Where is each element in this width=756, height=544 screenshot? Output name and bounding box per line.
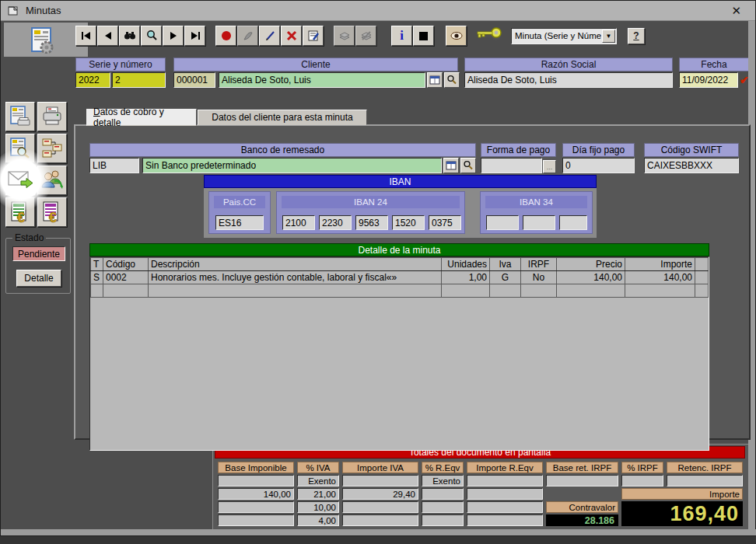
estado-label: Estado — [12, 232, 46, 243]
minutas-window: Minutas ✕ i — [0, 0, 756, 536]
tab-datos-cliente[interactable]: Datos del cliente para esta minuta — [198, 110, 367, 125]
totals-cell — [467, 488, 543, 500]
cliente-search-button[interactable] — [444, 72, 460, 88]
dia-fijo-field[interactable]: 0 — [562, 158, 635, 173]
form-icon — [429, 75, 440, 85]
info-button[interactable]: i — [391, 26, 412, 46]
serie-field[interactable]: 2022 — [75, 72, 110, 88]
iban24-field-5[interactable]: 0375 — [429, 215, 461, 230]
iban24-field-1[interactable]: 2100 — [282, 215, 315, 230]
modify-button[interactable] — [259, 26, 280, 46]
banco-name-field[interactable]: Sin Banco predeterminado — [142, 158, 442, 173]
tab-body: Banco de remesado LIB Sin Banco predeter… — [74, 124, 751, 440]
iban24-field-3[interactable]: 9563 — [355, 215, 388, 230]
iban24-field-4[interactable]: 1520 — [392, 215, 425, 230]
detalle-button[interactable]: Detalle — [16, 270, 61, 287]
feather-button[interactable] — [237, 26, 258, 46]
detalle-row-1[interactable]: S 0002 Honorarios mes. Incluye gestión c… — [91, 271, 709, 284]
detalle-title: Detalle de la minuta — [89, 243, 709, 256]
totals-col-importe-iva: Importe IVA — [342, 462, 418, 473]
totals-importe-iva: 29,40 — [342, 488, 418, 500]
cliente-code-field[interactable]: 000001 — [173, 72, 215, 88]
previous-record-icon — [102, 30, 114, 42]
find-button[interactable] — [119, 26, 140, 46]
fecha-check-icon[interactable]: ✔ — [740, 74, 749, 86]
last-record-button[interactable] — [184, 26, 205, 46]
print-queue-button-2[interactable] — [355, 26, 376, 46]
forma-pago-field[interactable] — [481, 158, 542, 173]
detalle-header-row: T Código Descripción Unidades Iva IRPF P… — [91, 258, 709, 271]
print-document-button[interactable] — [5, 102, 35, 131]
key-icon[interactable] — [472, 25, 506, 47]
sync-client-button[interactable] — [37, 166, 67, 195]
close-icon[interactable]: ✕ — [728, 3, 744, 19]
totals-col-base-imponible: Base Imponible — [218, 462, 294, 473]
preview-document-button[interactable] — [5, 134, 35, 163]
first-record-button[interactable] — [75, 26, 96, 46]
iban34-field-2[interactable] — [523, 215, 555, 230]
iban-header: IBAN — [204, 175, 597, 188]
help-question-icon: ? — [633, 30, 639, 41]
new-record-button[interactable] — [215, 26, 236, 46]
iban-paiscc-group: Pais.CC ES16 — [208, 191, 271, 234]
search-icon — [463, 160, 474, 171]
svg-text:€: € — [17, 210, 25, 224]
iban24-group: IBAN 24 2100 2230 9563 1520 0375 — [276, 191, 465, 234]
previous-record-button[interactable] — [97, 26, 118, 46]
green-invoice-button[interactable]: € — [5, 197, 35, 227]
cliente-name-field[interactable]: Aliseda De Soto, Luis — [219, 72, 425, 88]
email-envelope-icon[interactable] — [6, 165, 34, 193]
numero-field[interactable]: 2 — [112, 72, 166, 88]
detalle-row-empty[interactable] — [91, 284, 709, 298]
swift-field[interactable]: CAIXESBBXXX — [644, 158, 739, 173]
banco-search-button[interactable] — [460, 158, 476, 173]
totals-col-pct-reqv: % R.Eqv — [422, 462, 464, 473]
razon-social-field[interactable]: Aliseda De Soto, Luis — [464, 72, 673, 88]
edit-notes-button[interactable] — [303, 26, 324, 46]
iban34-field-1[interactable] — [486, 215, 519, 230]
chevron-down-icon[interactable]: ▼ — [602, 30, 615, 43]
form-icon — [446, 160, 457, 171]
title-bar[interactable]: Minutas ✕ — [1, 1, 755, 21]
fecha-field[interactable]: 11/09/2022 — [679, 72, 738, 88]
printer-button[interactable] — [37, 102, 67, 131]
iban-section: Pais.CC ES16 IBAN 24 2100 2230 9563 1520… — [204, 188, 597, 238]
info-icon: i — [400, 30, 404, 41]
totals-panel: Totales del documento en pantalla Base I… — [212, 444, 749, 531]
print-queue-button-1[interactable] — [334, 26, 355, 46]
detalle-grid[interactable]: T Código Descripción Unidades Iva IRPF P… — [89, 256, 709, 451]
tab-datos-cobro[interactable]: Datos de cobro y detalle — [86, 109, 197, 126]
totals-contravalor-display: 28.186 — [546, 514, 618, 526]
binoculars-icon — [123, 30, 137, 42]
books-gray-icon — [338, 30, 352, 42]
totals-col-pct-iva: % IVA — [297, 462, 339, 473]
purple-invoice-button[interactable]: € — [37, 197, 67, 227]
totals-cell — [342, 514, 418, 526]
help-button[interactable]: ? — [628, 28, 645, 44]
stop-button[interactable] — [413, 26, 434, 46]
banco-grid-button[interactable] — [443, 158, 459, 173]
preview-button[interactable] — [141, 26, 162, 46]
delete-button[interactable] — [281, 26, 302, 46]
totals-exento-reqv: Exento — [422, 475, 464, 486]
cliente-grid-button[interactable] — [427, 72, 443, 88]
estado-value-field: Pendiente — [12, 246, 65, 261]
order-dropdown-value: Minuta (Serie y Número) — [512, 31, 601, 40]
printer-icon — [40, 105, 64, 128]
iban24-field-2[interactable]: 2230 — [319, 215, 352, 230]
totals-iva-21: 21,00 — [297, 488, 339, 500]
order-dropdown[interactable]: Minuta (Serie y Número) ▼ — [511, 28, 617, 44]
totals-cell — [422, 488, 464, 500]
eye-button[interactable] — [446, 26, 467, 46]
totals-contravalor-label: Contravalor — [546, 501, 618, 513]
banco-code-field[interactable]: LIB — [89, 158, 139, 173]
totals-cell — [621, 475, 663, 486]
paiscc-field[interactable]: ES16 — [215, 215, 264, 230]
totals-col-base-ret-irpf: Base ret. IRPF — [546, 462, 618, 473]
iban34-field-3[interactable] — [559, 215, 587, 230]
related-forms-icon — [40, 137, 64, 160]
next-record-button[interactable] — [163, 26, 184, 46]
forma-pago-ellipsis-button[interactable]: ... — [543, 160, 556, 173]
related-documents-button[interactable] — [37, 134, 67, 163]
totals-cell — [218, 514, 294, 526]
